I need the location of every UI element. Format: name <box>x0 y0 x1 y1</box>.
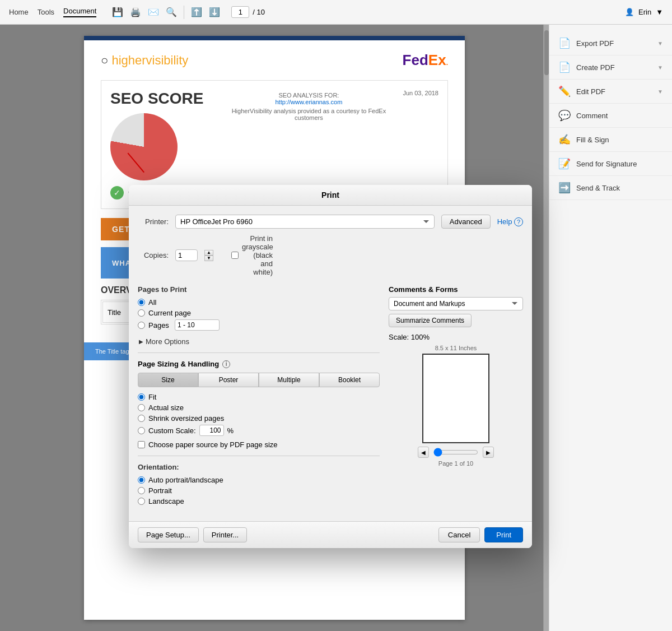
more-options[interactable]: ▶ More Options <box>138 337 380 346</box>
orientation-section: Orientation: Auto portrait/landscape Por… <box>138 463 380 505</box>
download-icon[interactable]: ⬇️ <box>209 7 220 17</box>
cf-select[interactable]: Document and MarkupsDocumentForm Fields … <box>389 297 523 310</box>
fedex-logo: FedEx. <box>403 52 448 69</box>
printer-row: Printer: HP OfficeJet Pro 6960 Advanced … <box>138 215 523 229</box>
edit-pdf-arrow: ▼ <box>657 89 663 95</box>
footer-right: Cancel Print <box>438 527 523 542</box>
printer-select[interactable]: HP OfficeJet Pro 6960 <box>175 215 435 229</box>
scroll-thumb[interactable] <box>544 30 549 75</box>
tab-multiple[interactable]: Multiple <box>259 373 319 387</box>
seo-date: Jun 03, 2018 <box>403 90 438 96</box>
paper-source-checkbox[interactable] <box>138 441 145 448</box>
pages-to-print-title: Pages to Print <box>138 285 380 294</box>
doc-header-bar <box>84 36 465 40</box>
radio-current[interactable]: Current page <box>138 309 380 317</box>
edit-pdf-label: Edit PDF <box>576 87 652 96</box>
radio-actual[interactable]: Actual size <box>138 403 380 412</box>
preview-nav: ◀ ▶ <box>389 447 523 458</box>
sidebar-item-create-pdf[interactable]: 📄 Create PDF ▼ <box>549 55 672 80</box>
export-pdf-label: Export PDF <box>576 39 652 48</box>
dialog-right: Comments & Forms Document and MarkupsDoc… <box>389 285 523 512</box>
radio-pages-label: Pages <box>148 321 169 330</box>
radio-fit-input[interactable] <box>138 393 145 401</box>
nav-document[interactable]: Document <box>63 7 96 17</box>
radio-pages[interactable]: Pages <box>138 319 380 331</box>
send-signature-label: Send for Signature <box>576 160 663 168</box>
copies-down[interactable]: ▼ <box>204 256 213 261</box>
tab-poster[interactable]: Poster <box>198 373 259 387</box>
advanced-button[interactable]: Advanced <box>441 215 491 229</box>
help-text: Help <box>497 217 512 226</box>
comment-icon: 💬 <box>558 109 571 122</box>
sidebar-item-send-track[interactable]: ➡️ Send & Track <box>549 176 672 200</box>
page-number-input[interactable] <box>231 6 249 18</box>
radio-shrink-label: Shrink oversized pages <box>148 414 224 423</box>
radio-custom-input[interactable] <box>138 427 145 434</box>
copies-up[interactable]: ▲ <box>204 250 213 256</box>
grayscale-label: Print in grayscale (black and white) <box>242 234 273 276</box>
radio-auto[interactable]: Auto portrait/landscape <box>138 476 380 484</box>
pages-range-input[interactable] <box>175 319 220 331</box>
sizing-section-title: Page Sizing & Handling i <box>138 360 380 368</box>
seo-url[interactable]: http://www.eriannas.com <box>276 99 343 105</box>
summarize-button[interactable]: Summarize Comments <box>389 314 472 327</box>
grayscale-checkbox[interactable] <box>231 252 239 259</box>
orientation-title: Orientation: <box>138 463 380 471</box>
search-icon[interactable]: 🔍 <box>166 7 177 17</box>
nav-home[interactable]: Home <box>9 8 29 16</box>
radio-landscape[interactable]: Landscape <box>138 497 380 505</box>
sidebar-item-comment[interactable]: 💬 Comment <box>549 104 672 128</box>
preview-prev[interactable]: ◀ <box>418 447 429 458</box>
sidebar-item-export-pdf[interactable]: 📄 Export PDF ▼ <box>549 31 672 55</box>
footer-left: Page Setup... Printer... <box>138 527 247 542</box>
tab-booklet[interactable]: Booklet <box>319 373 380 387</box>
nav-tools[interactable]: Tools <box>38 8 54 16</box>
cancel-button[interactable]: Cancel <box>438 527 480 542</box>
radio-current-input[interactable] <box>138 309 145 317</box>
scrollbar[interactable] <box>543 25 549 631</box>
user-menu-arrow[interactable]: ▼ <box>656 8 663 16</box>
dialog-left: Pages to Print All Current page Pages <box>138 285 380 512</box>
tab-size[interactable]: Size <box>138 373 198 387</box>
sizing-info-icon[interactable]: i <box>222 360 230 368</box>
help-icon[interactable]: ? <box>514 217 523 226</box>
radio-portrait[interactable]: Portrait <box>138 486 380 495</box>
radio-actual-input[interactable] <box>138 404 145 411</box>
print-button[interactable]: Print <box>484 527 523 542</box>
copies-input[interactable] <box>175 249 198 261</box>
sizing-tabs: Size Poster Multiple Booklet <box>138 373 380 387</box>
save-icon[interactable]: 💾 <box>112 7 123 17</box>
print-icon[interactable]: 🖨️ <box>130 7 141 17</box>
preview-next[interactable]: ▶ <box>483 447 494 458</box>
grayscale-row: Print in grayscale (black and white) <box>231 234 273 276</box>
radio-fit[interactable]: Fit <box>138 393 380 401</box>
radio-landscape-input[interactable] <box>138 498 145 505</box>
page-separator: / 10 <box>253 8 265 16</box>
scale-value-input[interactable] <box>199 425 224 436</box>
fit-options: Fit Actual size Shrink oversized pages C… <box>138 393 380 436</box>
sidebar-item-send-signature[interactable]: 📝 Send for Signature <box>549 152 672 176</box>
sidebar-item-fill-sign[interactable]: ✍️ Fill & Sign <box>549 128 672 152</box>
printer-setup-button[interactable]: Printer... <box>203 527 247 542</box>
seo-analysis-info: SEO ANALYSIS FOR: http://www.eriannas.co… <box>226 92 391 121</box>
radio-portrait-input[interactable] <box>138 487 145 494</box>
upload-icon[interactable]: ⬆️ <box>191 7 202 17</box>
section-divider-2 <box>138 456 380 456</box>
email-icon[interactable]: ✉️ <box>148 7 159 17</box>
radio-all-input[interactable] <box>138 299 145 306</box>
preview-slider[interactable] <box>433 448 478 457</box>
profile-icon[interactable]: 👤 <box>625 8 634 16</box>
radio-pages-input[interactable] <box>138 322 145 329</box>
page-setup-button[interactable]: Page Setup... <box>138 527 199 542</box>
radio-all[interactable]: All <box>138 298 380 307</box>
radio-shrink-input[interactable] <box>138 415 145 422</box>
radio-shrink[interactable]: Shrink oversized pages <box>138 414 380 423</box>
radio-auto-input[interactable] <box>138 476 145 484</box>
hv-logo: ○ highervisibility <box>101 53 188 68</box>
help-link[interactable]: Help ? <box>497 217 523 226</box>
more-options-arrow: ▶ <box>139 338 143 345</box>
doc-logos: ○ highervisibility FedEx. <box>101 52 448 69</box>
create-pdf-label: Create PDF <box>576 63 652 72</box>
pages-radio-group: All Current page Pages <box>138 298 380 331</box>
sidebar-item-edit-pdf[interactable]: ✏️ Edit PDF ▼ <box>549 80 672 104</box>
